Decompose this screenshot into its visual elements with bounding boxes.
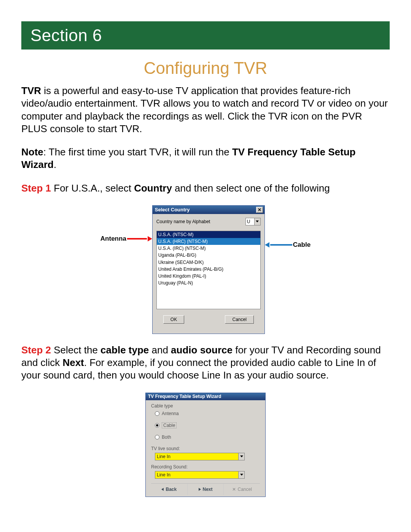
step1-p2: and then select one of the following	[172, 182, 330, 194]
step1-b1: Country	[134, 182, 172, 194]
list-item[interactable]: U.S.A. (HRC) (NTSC-M)	[157, 238, 260, 245]
dialog2-titlebar[interactable]: TV Frequency Table Setup Wizard	[146, 393, 265, 400]
list-item[interactable]: U.S.A. (IRC) (NTSC-M)	[157, 245, 260, 252]
tv-live-sound-label: TV live sound:	[151, 446, 260, 451]
list-item[interactable]: Uganda (PAL-B/G)	[157, 252, 260, 259]
step2-b3: Next	[62, 357, 84, 368]
chevron-down-icon[interactable]	[238, 471, 244, 478]
back-label: Back	[166, 487, 177, 492]
radio-cable[interactable]	[155, 423, 159, 428]
chevron-right-icon	[199, 488, 201, 491]
radio-antenna-row[interactable]: Antenna	[155, 411, 260, 416]
step2-paragraph: Step 2 Select the cable type and audio s…	[21, 344, 390, 382]
ok-button[interactable]: OK	[163, 315, 184, 324]
step2-p1: Select the	[51, 344, 100, 356]
radio-cable-row[interactable]: Cable	[155, 422, 260, 428]
radio-antenna-label: Antenna	[162, 411, 179, 416]
step1-paragraph: Step 1 For U.S.A., select Country and th…	[21, 182, 390, 195]
next-button[interactable]: Next	[188, 484, 224, 495]
country-name-label: Country name by Alphabet	[156, 219, 210, 224]
tv-frequency-wizard-dialog: TV Frequency Table Setup Wizard Cable ty…	[145, 393, 266, 497]
radio-both-label: Both	[162, 435, 171, 440]
step1-p1: For U.S.A., select	[51, 182, 134, 194]
country-listbox[interactable]: U.S.A. (NTSC-M) U.S.A. (HRC) (NTSC-M) U.…	[156, 231, 261, 309]
step2-b1: cable type	[100, 344, 149, 356]
list-item[interactable]: U.S.A. (NTSC-M)	[157, 231, 260, 238]
recording-sound-combo[interactable]: Line In	[155, 471, 245, 479]
section-banner: Section 6	[21, 21, 390, 50]
list-item[interactable]: Ukraine (SECAM-D/K)	[157, 259, 260, 266]
list-item[interactable]: Uruguay (PAL-N)	[157, 280, 260, 286]
step2-p2: and	[149, 344, 171, 356]
radio-cable-label: Cable	[162, 422, 177, 428]
page-title: Configuring TVR	[21, 59, 390, 78]
back-button[interactable]: Back	[151, 484, 188, 495]
arrow-red-line	[127, 238, 147, 240]
select-country-dialog: Select Country ✕ Country name by Alphabe…	[152, 205, 265, 334]
recording-sound-value: Line In	[155, 471, 238, 478]
close-icon[interactable]: ✕	[256, 207, 263, 213]
cancel-nav-button[interactable]: ✕ Cancel	[224, 484, 260, 495]
wizard-nav-row: Back Next ✕ Cancel	[151, 483, 260, 495]
step1-label: Step 1	[21, 182, 51, 194]
chevron-down-icon[interactable]	[238, 453, 244, 460]
cable-type-label: Cable type	[151, 403, 260, 409]
cancel-button[interactable]: Cancel	[225, 315, 253, 324]
recording-sound-label: Recording Sound:	[151, 464, 260, 470]
dialog1-titlebar[interactable]: Select Country ✕	[153, 206, 264, 214]
radio-both-row[interactable]: Both	[155, 435, 260, 440]
intro-text: is a powerful and easy-to-use TV applica…	[21, 85, 388, 134]
arrow-blue-head	[265, 242, 269, 248]
chevron-down-icon[interactable]	[254, 218, 260, 225]
alphabet-combo[interactable]: U	[245, 218, 261, 225]
alphabet-value: U	[246, 218, 254, 225]
annotation-antenna: Antenna	[100, 235, 152, 243]
step2-label: Step 2	[21, 344, 51, 356]
note-text: : The first time you start TVR, it will …	[43, 146, 232, 158]
note-label: Note	[21, 146, 43, 158]
intro-tvr: TVR	[21, 85, 41, 96]
annotation-cable: Cable	[265, 241, 311, 249]
note-paragraph: Note: The first time you start TVR, it w…	[21, 146, 390, 171]
annotation-antenna-label: Antenna	[100, 235, 126, 243]
intro-paragraph: TVR is a powerful and easy-to-use TV app…	[21, 85, 390, 135]
arrow-blue-line	[270, 244, 292, 246]
tv-live-sound-value: Line In	[155, 453, 238, 460]
cancel-nav-label: Cancel	[238, 487, 252, 492]
dialog1-title: Select Country	[155, 207, 190, 212]
close-x-icon: ✕	[232, 487, 236, 492]
chevron-left-icon	[161, 488, 164, 491]
list-item[interactable]: United Kingdom (PAL-I)	[157, 273, 260, 280]
arrow-red-head	[148, 236, 152, 241]
next-label: Next	[203, 487, 213, 492]
tv-live-sound-combo[interactable]: Line In	[155, 453, 245, 460]
list-item[interactable]: United Arab Emirates (PAL-B/G)	[157, 266, 260, 273]
radio-antenna[interactable]	[155, 411, 159, 416]
note-end: .	[54, 159, 56, 170]
step2-b2: audio source	[171, 344, 233, 356]
annotation-cable-label: Cable	[293, 241, 311, 249]
radio-both[interactable]	[155, 435, 159, 439]
